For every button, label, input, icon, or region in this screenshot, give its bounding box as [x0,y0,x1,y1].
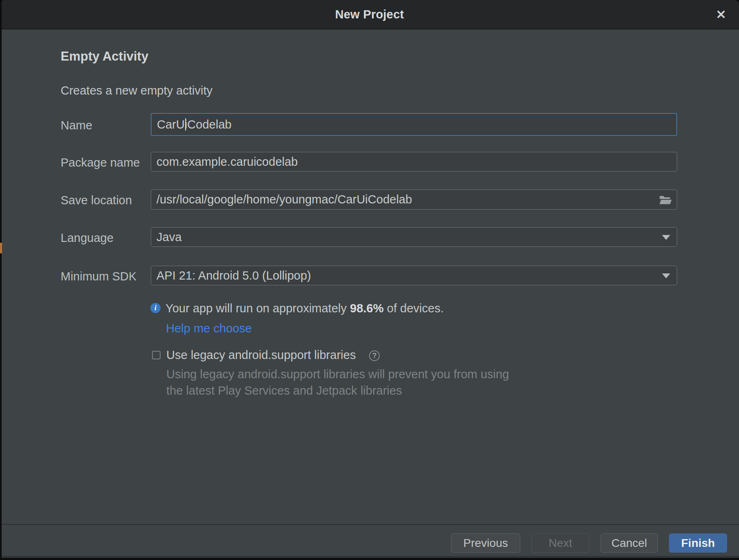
legacy-libraries-label: Use legacy android.support libraries [166,348,356,362]
help-me-choose-link[interactable]: Help me choose [166,322,252,335]
window-left-edge [0,0,2,560]
minimum-sdk-label: Minimum SDK [61,270,136,283]
minimum-sdk-selected-value: API 21: Android 5.0 (Lollipop) [156,269,311,282]
package-name-input[interactable] [151,152,677,172]
chevron-down-icon [662,235,670,240]
sdk-coverage-text: Your app will run on approximately 98.6%… [165,302,444,315]
package-name-label: Package name [61,156,140,169]
info-icon: i [150,303,161,313]
previous-button[interactable]: Previous [451,533,520,553]
name-label: Name [61,119,92,132]
finish-button[interactable]: Finish [669,533,727,553]
chevron-down-icon [662,273,670,278]
sdk-coverage-suffix: of devices. [384,302,444,315]
folder-icon[interactable] [658,193,673,206]
dialog-title: New Project [0,0,739,29]
background-artifact [0,243,2,253]
save-location-input[interactable] [151,190,677,210]
legacy-description-line1: Using legacy android.support libraries w… [166,368,509,381]
save-location-field-wrap [151,190,677,210]
cancel-button[interactable]: Cancel [601,533,658,553]
template-title: Empty Activity [61,49,148,64]
dialog-titlebar: New Project ✕ [0,0,739,29]
name-input[interactable] [151,113,677,136]
save-location-label: Save location [61,194,132,207]
footer-divider [0,524,739,525]
close-icon[interactable]: ✕ [710,0,732,29]
text-caret [185,118,186,131]
legacy-libraries-checkbox[interactable] [152,351,161,359]
help-question-icon[interactable]: ? [369,350,380,361]
language-select[interactable]: Java [151,227,677,247]
sdk-coverage-percent: 98.6% [350,302,383,315]
legacy-description-line2: the latest Play Services and Jetpack lib… [166,384,402,397]
language-label: Language [61,231,113,245]
sdk-coverage-prefix: Your app will run on approximately [165,302,350,315]
template-subtitle: Creates a new empty activity [61,84,213,97]
language-selected-value: Java [156,230,181,244]
window-bottom-edge [0,556,739,558]
minimum-sdk-select[interactable]: API 21: Android 5.0 (Lollipop) [151,266,677,285]
new-project-dialog: New Project ✕ Empty Activity Creates a n… [0,0,739,558]
next-button: Next [531,533,589,553]
